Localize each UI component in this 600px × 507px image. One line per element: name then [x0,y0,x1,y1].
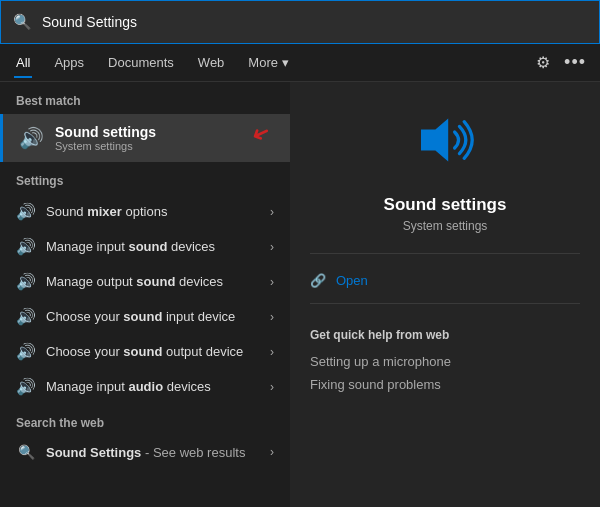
svg-marker-0 [421,118,448,161]
divider [310,303,580,304]
list-item[interactable]: 🔊 Sound mixer options › [0,194,290,229]
audio-icon: 🔊 [16,377,36,396]
chevron-right-icon: › [270,240,274,254]
input-device-icon: 🔊 [16,307,36,326]
settings-item-label: Choose your sound output device [46,344,260,359]
manage-output-icon: 🔊 [16,272,36,291]
tab-documents[interactable]: Documents [106,47,176,78]
sound-mixer-icon: 🔊 [16,202,36,221]
tab-web[interactable]: Web [196,47,227,78]
open-label: Open [336,273,368,288]
chevron-right-icon: › [270,205,274,219]
main-content: Best match 🔊 Sound settings System setti… [0,82,600,507]
help-section: Get quick help from web Setting up a mic… [310,328,580,396]
settings-list: 🔊 Sound mixer options › 🔊 Manage input s… [0,194,290,404]
settings-item-label: Manage output sound devices [46,274,260,289]
chevron-right-icon: › [270,445,274,459]
arrow-icon: ➜ [247,117,274,148]
search-input[interactable] [42,14,587,30]
more-options-icon[interactable]: ••• [564,52,586,73]
tab-apps[interactable]: Apps [52,47,86,78]
chevron-right-icon: › [270,275,274,289]
open-icon: 🔗 [310,273,326,288]
right-actions: 🔗 Open [310,268,580,293]
settings-item-label: Manage input sound devices [46,239,260,254]
right-subtitle: System settings [403,219,488,233]
web-item-text: Sound Settings - See web results [46,445,260,460]
help-link-problems[interactable]: Fixing sound problems [310,373,580,396]
best-match-item[interactable]: 🔊 Sound settings System settings ➜ [0,114,290,162]
open-button[interactable]: 🔗 Open [310,268,580,293]
settings-item-label: Sound mixer options [46,204,260,219]
list-item[interactable]: 🔊 Manage input audio devices › [0,369,290,404]
list-item[interactable]: 🔊 Manage output sound devices › [0,264,290,299]
web-item-sub: - See web results [141,445,245,460]
web-item-main: Sound Settings [46,445,141,460]
web-search-label: Search the web [0,404,290,436]
web-search-icon: 🔍 [16,444,36,460]
tab-all[interactable]: All [14,47,32,78]
best-match-title: Sound settings [55,124,156,140]
best-match-subtitle: System settings [55,140,156,152]
help-title: Get quick help from web [310,328,580,342]
settings-item-label: Manage input audio devices [46,379,260,394]
web-search-item[interactable]: 🔍 Sound Settings - See web results › [0,436,290,468]
right-title: Sound settings [384,195,507,215]
settings-item-label: Choose your sound input device [46,309,260,324]
chevron-right-icon: › [270,310,274,324]
help-link-microphone[interactable]: Setting up a microphone [310,350,580,373]
output-device-icon: 🔊 [16,342,36,361]
list-item[interactable]: 🔊 Choose your sound input device › [0,299,290,334]
manage-input-icon: 🔊 [16,237,36,256]
sound-icon: 🔊 [19,126,43,150]
tabs-bar: All Apps Documents Web More ▾ ⚙ ••• [0,44,600,82]
share-icon[interactable]: ⚙ [536,53,550,72]
sound-large-icon [413,112,477,181]
search-icon: 🔍 [13,13,32,31]
chevron-right-icon: › [270,380,274,394]
right-panel: Sound settings System settings 🔗 Open Ge… [290,82,600,507]
chevron-right-icon: › [270,345,274,359]
settings-label: Settings [0,162,290,194]
list-item[interactable]: 🔊 Manage input sound devices › [0,229,290,264]
divider [310,253,580,254]
tab-more[interactable]: More ▾ [246,47,290,78]
left-panel: Best match 🔊 Sound settings System setti… [0,82,290,507]
list-item[interactable]: 🔊 Choose your sound output device › [0,334,290,369]
search-bar: 🔍 [0,0,600,44]
best-match-label: Best match [0,82,290,114]
